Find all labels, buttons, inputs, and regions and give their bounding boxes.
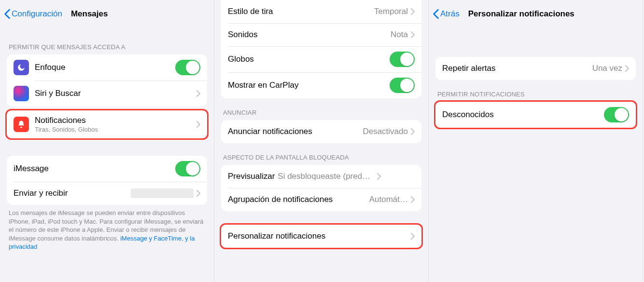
back-label: Atrás (440, 9, 460, 19)
moon-icon (14, 60, 29, 75)
focus-toggle[interactable] (175, 60, 200, 75)
repeat-alerts-value: Una vez (592, 64, 622, 73)
unknown-senders-label: Desconocidos (442, 110, 604, 120)
imessage-label: iMessage (14, 164, 175, 174)
nav-title: Personalizar notificaciones (468, 9, 574, 19)
nav-bar: Configuración Mensajes (0, 0, 214, 33)
send-receive-row[interactable]: Enviar y recibir (7, 182, 207, 205)
chevron-right-icon (411, 196, 415, 203)
chevron-right-icon (625, 65, 629, 72)
chevron-right-icon (377, 173, 381, 180)
back-button[interactable]: Configuración (4, 9, 62, 19)
customize-notifications-panel: Atrás Personalizar notificaciones Repeti… (429, 0, 643, 282)
announce-value: Desactivado (363, 127, 408, 136)
back-label: Configuración (12, 9, 62, 19)
chevron-right-icon (411, 233, 415, 240)
announce-row[interactable]: Anunciar notificaciones Desactivado (221, 120, 421, 143)
chevron-right-icon (196, 190, 200, 197)
grouping-value: Automát… (336, 195, 408, 204)
access-group: Enfoque Siri y Buscar (7, 54, 207, 107)
sounds-label: Sonidos (228, 30, 391, 40)
back-button[interactable]: Atrás (433, 9, 460, 19)
customize-label: Personalizar notificaciones (228, 231, 411, 241)
sounds-value: Nota (391, 30, 408, 40)
carplay-row[interactable]: Mostrar en CarPlay (221, 72, 421, 98)
repeat-alerts-row[interactable]: Repetir alertas Una vez (435, 57, 636, 80)
customize-highlight: Personalizar notificaciones (220, 223, 423, 249)
unknown-senders-toggle[interactable] (604, 107, 629, 122)
chevron-right-icon (411, 128, 415, 135)
alert-settings-group: Estilo de tira Temporal Sonidos Nota Glo… (221, 0, 421, 98)
banner-style-row[interactable]: Estilo de tira Temporal (221, 0, 421, 23)
focus-label: Enfoque (35, 63, 175, 72)
badges-row[interactable]: Globos (221, 46, 421, 72)
nav-title: Mensajes (71, 9, 108, 19)
imessage-footer: Los mensajes de iMessage se pueden envia… (0, 205, 214, 255)
carplay-label: Mostrar en CarPlay (228, 81, 390, 90)
imessage-row[interactable]: iMessage (7, 156, 207, 182)
preview-value: Si desbloqueaste (predet… (278, 172, 374, 181)
siri-row[interactable]: Siri y Buscar (7, 81, 207, 107)
carplay-toggle[interactable] (390, 78, 415, 93)
banner-style-label: Estilo de tira (228, 7, 374, 16)
notifications-sub: Tiras, Sonidos, Globos (35, 126, 196, 133)
chevron-left-icon (433, 9, 439, 19)
badges-label: Globos (228, 54, 390, 64)
section-header-allow: PERMITIR NOTIFICACIONES (429, 80, 643, 102)
chevron-right-icon (196, 121, 200, 128)
grouping-label: Agrupación de notificaciones (228, 195, 333, 204)
imessage-group: iMessage Enviar y recibir (7, 156, 207, 205)
lockscreen-group: Previsualizar Si desbloqueaste (predet… … (221, 165, 421, 211)
notifications-label: Notificaciones (35, 116, 196, 125)
chevron-right-icon (411, 31, 415, 38)
notifications-row[interactable]: Notificaciones Tiras, Sonidos, Globos (7, 110, 207, 138)
chevron-right-icon (196, 90, 200, 97)
announce-label: Anunciar notificaciones (228, 127, 363, 136)
chevron-right-icon (411, 8, 415, 15)
preview-label: Previsualizar (228, 172, 275, 181)
preview-row[interactable]: Previsualizar Si desbloqueaste (predet… (221, 165, 421, 188)
repeat-group: Repetir alertas Una vez (435, 57, 636, 80)
focus-row[interactable]: Enfoque (7, 54, 207, 81)
notifications-highlight: Notificaciones Tiras, Sonidos, Globos (5, 109, 209, 140)
section-header-access: PERMITIR QUE MENSAJES ACCEDA A (0, 33, 214, 54)
section-header-announce: ANUNCIAR (214, 98, 428, 120)
badges-toggle[interactable] (390, 52, 415, 67)
banner-style-value: Temporal (374, 7, 408, 16)
grouping-row[interactable]: Agrupación de notificaciones Automát… (221, 188, 421, 211)
messages-settings-panel: Configuración Mensajes PERMITIR QUE MENS… (0, 0, 214, 282)
unknown-highlight: Desconocidos (434, 100, 637, 129)
send-receive-label: Enviar y recibir (14, 188, 131, 198)
section-header-lockscreen: ASPECTO DE LA PANTALLA BLOQUEADA (214, 143, 428, 165)
chevron-left-icon (4, 9, 11, 19)
siri-label: Siri y Buscar (35, 89, 196, 98)
nav-bar: Atrás Personalizar notificaciones (429, 0, 643, 33)
imessage-toggle[interactable] (175, 161, 200, 176)
unknown-senders-row[interactable]: Desconocidos (435, 102, 636, 128)
bell-icon (14, 117, 29, 132)
customize-row[interactable]: Personalizar notificaciones (221, 225, 421, 248)
redacted-value (131, 188, 194, 198)
repeat-alerts-label: Repetir alertas (442, 64, 592, 73)
siri-icon (14, 86, 29, 101)
notifications-detail-panel: Estilo de tira Temporal Sonidos Nota Glo… (214, 0, 429, 282)
announce-group: Anunciar notificaciones Desactivado (221, 120, 421, 143)
sounds-row[interactable]: Sonidos Nota (221, 23, 421, 46)
